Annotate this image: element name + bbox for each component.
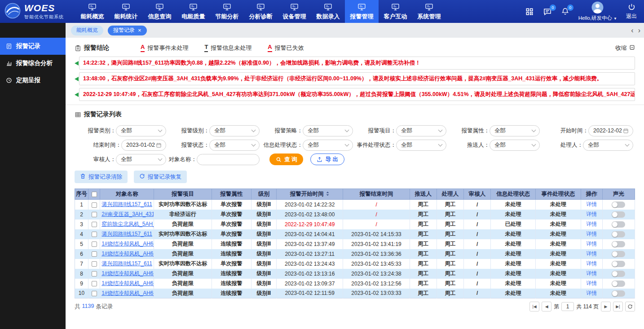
handler-select[interactable]: 全部 — [583, 140, 633, 151]
object-name-link[interactable]: 窑前除尘北风机_5AH_... — [101, 221, 154, 227]
link-alarm-expired[interactable]: A报警已失效 — [268, 44, 304, 52]
clear-records-button[interactable]: 报警记录清除 — [75, 171, 128, 183]
nav-item-system-management[interactable]: 系统管理 — [412, 0, 446, 23]
row-checkbox[interactable] — [92, 271, 97, 276]
nav-item-energy-saving-analysis[interactable]: 节能分析 — [210, 0, 244, 23]
refresh-icon[interactable] — [625, 302, 635, 311]
export-button[interactable]: 导 出 — [310, 154, 344, 165]
nav-item-energy-stats[interactable]: 能耗统计 — [109, 0, 143, 23]
collapse-button[interactable]: 收缩 — [615, 44, 635, 52]
nav-item-energy-overview[interactable]: 能耗概览 — [75, 0, 109, 23]
qr-code-icon[interactable] — [525, 7, 534, 16]
sound-light-toggle[interactable] — [612, 241, 625, 247]
detail-link[interactable]: 详情 — [586, 290, 597, 296]
object-name-link[interactable]: 1#烧结冷却风机_AH6_... — [101, 280, 154, 286]
last-page-button[interactable]: ▶| — [613, 302, 623, 311]
row-checkbox[interactable] — [92, 241, 97, 247]
nav-item-alarm-management[interactable]: 报警管理 — [345, 0, 379, 23]
prev-page-button[interactable]: ◀ — [542, 302, 551, 311]
page-input[interactable] — [561, 302, 574, 311]
tab-alarm-records[interactable]: 报警记录× — [108, 26, 147, 35]
first-page-button[interactable]: |◀ — [529, 302, 539, 311]
detail-link[interactable]: 详情 — [586, 270, 597, 276]
start-time-input[interactable]: 2022-12-02 — [588, 125, 633, 136]
nav-item-customer-interaction[interactable]: 客户互动 — [379, 0, 412, 23]
object-name-link[interactable]: 1#烧结冷却风机_AH6_... — [101, 270, 154, 276]
row-checkbox[interactable] — [92, 281, 97, 286]
object-name-link[interactable]: 1#烧结冷却风机_AH6_... — [101, 290, 154, 296]
alarm-level-select[interactable]: 全部 — [209, 125, 260, 136]
user-menu[interactable]: Hello,研发中心▼ — [578, 1, 617, 22]
sidebar-item-alarm-comprehensive-analysis[interactable]: 报警综合分析 — [0, 55, 66, 72]
sound-light-toggle[interactable] — [612, 281, 625, 287]
sound-light-toggle[interactable] — [612, 290, 625, 297]
close-icon[interactable]: × — [138, 27, 141, 33]
sound-light-toggle[interactable] — [612, 231, 625, 237]
row-checkbox[interactable] — [92, 202, 97, 208]
alarm-strategy-select[interactable]: 全部 — [303, 125, 353, 136]
object-name-link[interactable]: 潞兴回路II线157_611 — [102, 260, 153, 267]
end-time-input[interactable]: 2023-01-02 — [121, 140, 166, 151]
row-checkbox[interactable] — [92, 291, 97, 296]
sidebar-item-alarm-records[interactable]: 报警记录 — [0, 38, 66, 55]
next-page-button[interactable]: ▶ — [601, 302, 611, 311]
sound-light-toggle[interactable] — [612, 221, 625, 228]
sidebar-item-periodic-report[interactable]: 定期呈报 — [0, 72, 66, 89]
filter-label: 报警属性： — [462, 127, 490, 135]
nav-item-data-entry[interactable]: 数据录入 — [311, 0, 345, 23]
alarm-project-select[interactable]: 全部 — [396, 125, 446, 136]
info-process-status-select[interactable]: 全部 — [303, 140, 353, 151]
object-name-link[interactable]: 潞兴回路II线157_611 — [102, 231, 153, 237]
link-alarm-info-unprocessed[interactable]: T报警信息未处理 — [204, 44, 251, 52]
alarm-status-select[interactable]: 全部 — [209, 140, 260, 151]
tab-scroll-right-icon[interactable]: › — [638, 27, 640, 34]
logout-button[interactable]: 退出 — [626, 3, 637, 20]
detail-link[interactable]: 详情 — [586, 280, 597, 286]
object-name-link[interactable]: 1#烧结冷却风机_AH6_... — [101, 250, 154, 257]
object-name-link[interactable]: 潞兴回路II线157_611 — [102, 201, 153, 207]
row-checkbox[interactable] — [92, 232, 97, 237]
sound-light-toggle[interactable] — [612, 271, 625, 277]
object-name-link[interactable]: 1#烧结冷却风机_AH6_... — [101, 241, 154, 247]
detail-link[interactable]: 详情 — [586, 221, 597, 227]
nav-item-info-query[interactable]: 信息查询 — [143, 0, 176, 23]
nav-item-power-quality[interactable]: 电能质量 — [176, 0, 210, 23]
pusher-select[interactable]: 全部 — [490, 140, 540, 151]
tab-energy-overview[interactable]: 能耗概览 — [71, 26, 103, 35]
detail-link[interactable]: 详情 — [586, 260, 597, 267]
detail-link[interactable]: 详情 — [586, 241, 597, 247]
object-name-link[interactable]: 2#南变压器_3AH_431 — [101, 211, 154, 217]
row-checkbox[interactable] — [92, 251, 97, 257]
sound-light-toggle[interactable] — [612, 251, 625, 257]
cell-info-status: 未处理 — [491, 289, 536, 298]
tab-scroll-left-icon[interactable]: ‹ — [631, 27, 633, 34]
cell-start-time: 2023-01-02 13:13:16 — [277, 269, 343, 279]
link-alarm-events-unprocessed[interactable]: A报警事件未处理 — [141, 44, 188, 52]
nav-item-device-management[interactable]: 设备管理 — [278, 0, 311, 23]
object-name-input[interactable] — [197, 154, 260, 165]
event-process-status-select[interactable]: 全部 — [396, 140, 446, 151]
detail-link[interactable]: 详情 — [586, 250, 597, 257]
detail-link[interactable]: 详情 — [586, 211, 597, 217]
sound-light-toggle[interactable] — [612, 202, 625, 208]
row-checkbox[interactable] — [92, 261, 97, 267]
sound-light-toggle[interactable] — [612, 261, 625, 267]
cell-index: 3 — [75, 219, 88, 229]
restore-records-button[interactable]: 报警记录恢复 — [134, 171, 187, 183]
auditor-select[interactable]: 全部 — [116, 154, 166, 165]
alarm-attribute-select[interactable]: 全部 — [490, 125, 540, 136]
nav-item-analysis-diagnosis[interactable]: 分析诊断 — [244, 0, 278, 23]
detail-link[interactable]: 详情 — [586, 201, 597, 207]
detail-link[interactable]: 详情 — [586, 231, 597, 237]
bell-icon[interactable]: 0 — [561, 7, 569, 16]
row-checkbox[interactable] — [92, 212, 97, 217]
chat-icon[interactable]: 0 — [543, 7, 552, 16]
pagination: |◀ ◀ 第 共 114 页 ▶ ▶| — [529, 302, 635, 311]
sort-icon[interactable] — [326, 191, 330, 196]
sound-light-toggle[interactable] — [612, 211, 625, 218]
records-section: 报警记录列表 报警类别：全部报警级别：全部报警策略：全部报警项目：全部报警属性：… — [75, 110, 635, 312]
alarm-category-select[interactable]: 全部 — [116, 125, 166, 136]
select-all-checkbox[interactable] — [92, 192, 97, 197]
search-button[interactable]: 查 询 — [269, 154, 303, 165]
row-checkbox[interactable] — [92, 222, 97, 227]
